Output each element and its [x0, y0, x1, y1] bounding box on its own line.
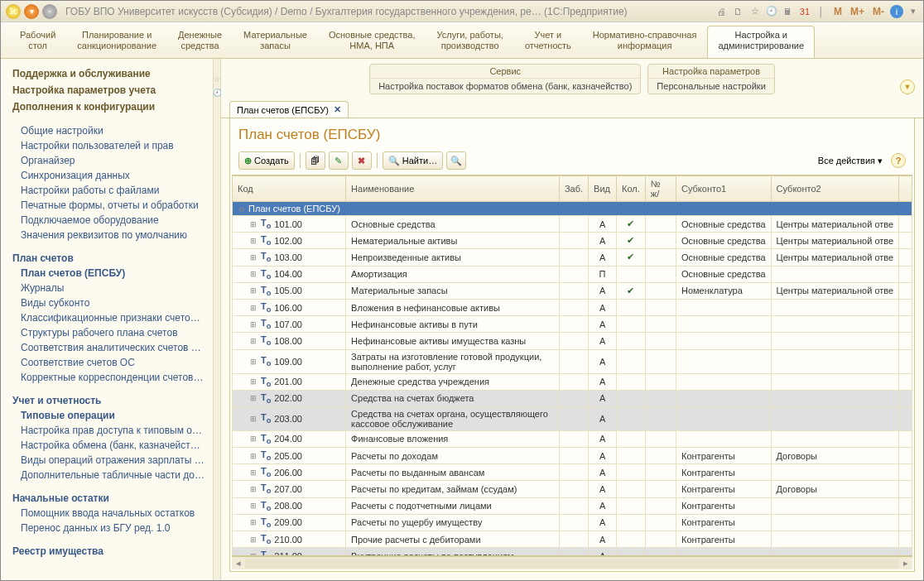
sidebar-link[interactable]: Соответствия аналитических счетов …	[12, 340, 209, 355]
memory-m[interactable]: M	[831, 5, 845, 18]
side-header-initial[interactable]: Начальные остатки	[12, 491, 209, 506]
table-row[interactable]: ⊞Tо102.00Нематериальные активыА✔Основные…	[233, 233, 912, 249]
copy-button[interactable]: 🗐	[306, 151, 325, 170]
sidebar-link[interactable]: Значения реквизитов по умолчанию	[12, 228, 209, 242]
clear-find-button[interactable]: 🔍	[446, 151, 466, 170]
nav-tab-0[interactable]: Рабочийстол	[9, 26, 66, 58]
sidebar-link[interactable]: Настройки пользователей и прав	[12, 138, 209, 153]
calc-icon[interactable]: 🖩	[782, 5, 795, 18]
sidebar-link[interactable]: Виды субконто	[12, 295, 209, 310]
sidebar-link[interactable]: Настройка обмена (банк, казначейст…	[12, 438, 209, 453]
memory-mminus[interactable]: M-	[870, 5, 887, 18]
table-row[interactable]: ⊞Tо101.00Основные средстваА✔Основные сре…	[233, 216, 912, 233]
sidebar-link[interactable]: Типовые операции	[12, 408, 209, 423]
nav-tab-3[interactable]: Материальныезапасы	[233, 26, 318, 58]
preview-icon[interactable]: 🗋	[732, 5, 745, 18]
table-row[interactable]: ⊞Tо109.00Затраты на изготовление готовой…	[233, 349, 912, 373]
calendar-icon[interactable]: 31	[798, 5, 811, 18]
service-box-right[interactable]: Настройка параметров Персональные настро…	[647, 64, 774, 94]
table-row[interactable]: ⊞Tо105.00Материальные запасыА✔Номенклату…	[233, 282, 912, 299]
nav-tab-1[interactable]: Планирование исанкционирование	[66, 26, 167, 58]
memory-mplus[interactable]: M+	[848, 5, 867, 18]
document-tab[interactable]: План счетов (ЕПСБУ) ✕	[229, 101, 349, 118]
column-header[interactable]: Вид	[589, 176, 617, 202]
table-row[interactable]: ⊞Tо206.00Расчеты по выданным авансамАКон…	[233, 464, 912, 481]
table-row[interactable]: ⊞Tо203.00Средства на счетах органа, осущ…	[233, 406, 912, 430]
nav-tab-7[interactable]: Нормативно-справочнаяинформация	[582, 26, 708, 58]
delete-button[interactable]: ✖	[352, 151, 372, 170]
side-header-reporting[interactable]: Учет и отчетность	[12, 393, 209, 408]
column-header[interactable]: № ж/	[645, 176, 676, 202]
column-header[interactable]: Субконто1	[676, 176, 772, 202]
line-icon[interactable]: │	[815, 5, 828, 18]
history-icon[interactable]: 🕘	[765, 5, 778, 18]
nav-tab-4[interactable]: Основные средства,НМА, НПА	[318, 26, 426, 58]
table-row[interactable]: ⊞Tо208.00Расчеты с подотчетными лицамиАК…	[233, 497, 912, 514]
side-addons[interactable]: Дополнения к конфигурации	[12, 98, 209, 115]
column-header[interactable]: Код	[233, 176, 346, 202]
sidebar-link[interactable]: Общие настройки	[12, 123, 209, 138]
nav-tab-8[interactable]: Настройка иадминистрирование	[707, 26, 815, 58]
table-row[interactable]: ⊞Tо106.00Вложения в нефинансовые активыА	[233, 299, 912, 315]
column-header[interactable]: Субконто2	[771, 176, 899, 202]
sidebar-link[interactable]: Настройки работы с файлами	[12, 183, 209, 198]
close-tab-icon[interactable]: ✕	[334, 104, 341, 115]
create-button[interactable]: ⊕Создать	[238, 151, 295, 170]
window-max-icon[interactable]: ◦	[42, 4, 57, 19]
sidebar-link[interactable]: Соответствие счетов ОС	[12, 355, 209, 370]
scroll-right-icon[interactable]: ▸	[899, 558, 912, 569]
table-row[interactable]: ⊞Tо202.00Средства на счетах бюджетаА	[233, 390, 912, 406]
side-header-registry[interactable]: Реестр имущества	[12, 544, 209, 559]
table-row[interactable]: ⊞Tо207.00Расчеты по кредитам, займам (сс…	[233, 481, 912, 497]
scroll-left-icon[interactable]: ◂	[232, 558, 245, 569]
table-row[interactable]: ⊞Tо107.00Нефинансовые активы в путиА	[233, 316, 912, 333]
table-row[interactable]: ⊞Tо204.00Финансовые вложенияА	[233, 430, 912, 447]
all-actions-button[interactable]: Все действия▾	[813, 151, 888, 170]
horizontal-scrollbar[interactable]: ◂ ▸	[232, 556, 912, 569]
sidebar-link[interactable]: План счетов (ЕПСБУ)	[12, 266, 209, 281]
dropdown-icon[interactable]: ▾	[907, 5, 920, 18]
table-row[interactable]: ⊞Tо108.00Нефинансовые активы имущества к…	[233, 333, 912, 349]
column-header[interactable]: Заб.	[559, 176, 588, 202]
sidebar-link[interactable]: Органайзер	[12, 153, 209, 168]
favorite-icon[interactable]: ☆	[748, 5, 762, 18]
print-icon[interactable]: 🖨	[715, 5, 729, 18]
table-row[interactable]: ⊞Tо209.00Расчеты по ущербу имуществуАКон…	[233, 514, 912, 531]
info-icon[interactable]: i	[890, 5, 903, 18]
find-button[interactable]: 🔍Найти…	[383, 151, 443, 170]
side-params[interactable]: Настройка параметров учета	[12, 82, 209, 98]
sidebar-link[interactable]: Синхронизация данных	[12, 168, 209, 183]
side-header-accounts[interactable]: План счетов	[12, 251, 209, 266]
group-header-row[interactable]: ⊖ План счетов (ЕПСБУ)	[233, 202, 912, 216]
sidebar-link[interactable]: Структуры рабочего плана счетов	[12, 325, 209, 340]
sidebar-link[interactable]: Перенос данных из БГУ ред. 1.0	[12, 521, 209, 535]
table-row[interactable]: ⊞Tо210.00Прочие расчеты с дебиторамиАКон…	[233, 531, 912, 548]
window-min-icon[interactable]: ▾	[24, 4, 39, 19]
service-box-left[interactable]: Сервис Настройка поставок форматов обмен…	[369, 64, 641, 94]
nav-tab-6[interactable]: Учет иотчетность	[514, 26, 582, 58]
sidebar-link[interactable]: Виды операций отражения зарплаты …	[12, 453, 209, 468]
table-row[interactable]: ⊞Tо205.00Расчеты по доходамАКонтрагентыД…	[233, 448, 912, 464]
sidebar-link[interactable]: Журналы	[12, 281, 209, 295]
sidebar-link[interactable]: Настройка прав доступа к типовым о…	[12, 423, 209, 438]
sidebar-link[interactable]: Печатные формы, отчеты и обработки	[12, 198, 209, 213]
edit-button[interactable]: ✎	[329, 151, 349, 170]
table-row[interactable]: ⊞Tо211.00Внутренние расчеты по поступлен…	[233, 548, 912, 556]
table-row[interactable]: ⊞Tо201.00Денежные средства учрежденияА	[233, 373, 912, 390]
sidebar-link[interactable]: Помощник ввода начальных остатков	[12, 506, 209, 521]
sidebar-link[interactable]: Классификационные признаки счето…	[12, 310, 209, 325]
data-grid[interactable]: КодНаименованиеЗаб.ВидКол.№ ж/Субконто1С…	[232, 175, 912, 556]
sidebar-link[interactable]: Подключаемое оборудование	[12, 213, 209, 228]
sidebar-link[interactable]: Дополнительные табличные части до…	[12, 468, 209, 483]
column-header[interactable]: Кол.	[617, 176, 646, 202]
help-icon[interactable]: ?	[891, 153, 906, 168]
nav-tab-5[interactable]: Услуги, работы,производство	[426, 26, 514, 58]
column-header[interactable]: Наименование	[346, 176, 560, 202]
sidebar-link[interactable]: Корректные корреспонденции счетов…	[12, 370, 209, 385]
splitter[interactable]: ☆ 🕘	[213, 59, 221, 580]
collapse-panel-icon[interactable]: ▼	[900, 79, 915, 94]
table-row[interactable]: ⊞Tо104.00АмортизацияПОсновные средства	[233, 266, 912, 282]
table-row[interactable]: ⊞Tо103.00Непроизведенные активыА✔Основны…	[233, 249, 912, 266]
app-icon[interactable]: 1c	[6, 4, 21, 19]
side-support[interactable]: Поддержка и обслуживание	[12, 65, 209, 82]
